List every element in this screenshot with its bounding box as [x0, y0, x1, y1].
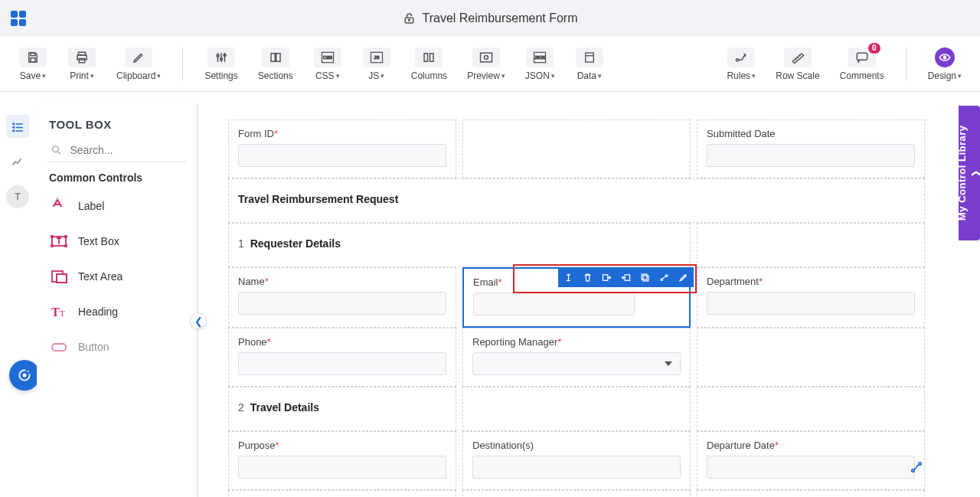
- reporting-manager-label: Reporting Manager*: [472, 336, 681, 348]
- reporting-manager-select[interactable]: [472, 352, 681, 375]
- control-item-label[interactable]: Label: [44, 188, 189, 224]
- svg-text:JS: JS: [374, 55, 379, 60]
- columns-button[interactable]: Columns: [405, 44, 453, 84]
- control-group-label: Common Controls: [49, 172, 185, 184]
- data-button[interactable]: Data▾: [569, 44, 610, 84]
- settings-button[interactable]: Settings: [198, 44, 243, 84]
- svg-rect-35: [57, 274, 67, 283]
- cell-step2-header[interactable]: 2 Travel Details: [228, 387, 456, 431]
- preview-button[interactable]: Preview▾: [461, 44, 511, 84]
- svg-text:JSON: JSON: [535, 55, 546, 60]
- cell-purpose[interactable]: Purpose*: [228, 431, 456, 490]
- svg-rect-43: [642, 274, 647, 280]
- sections-button[interactable]: Sections: [252, 44, 299, 84]
- link-icon[interactable]: [658, 272, 670, 283]
- departure-input[interactable]: [707, 456, 915, 479]
- chevron-left-icon: ❮: [972, 169, 980, 177]
- cell-phone[interactable]: Phone*: [228, 328, 456, 387]
- comment-count-badge: 0: [868, 43, 880, 54]
- clipboard-button[interactable]: Clipboard▾: [110, 44, 167, 84]
- cell-section-title[interactable]: Travel Reimbursement Request: [228, 178, 925, 223]
- toolbar-separator: [906, 47, 906, 81]
- cell-destination[interactable]: Destination(s): [462, 431, 691, 490]
- edit-icon[interactable]: [678, 272, 689, 283]
- cell-empty-4[interactable]: [462, 387, 691, 431]
- step2-header: 2 Travel Details: [238, 401, 319, 414]
- control-library-tab[interactable]: My Control Library ❮: [959, 106, 980, 240]
- control-item-heading[interactable]: TT Heading: [44, 294, 189, 329]
- cell-empty-2[interactable]: [697, 223, 925, 267]
- rail-chart-button[interactable]: [6, 150, 29, 173]
- design-mode-button[interactable]: Design▾: [922, 44, 968, 84]
- department-input[interactable]: [707, 292, 915, 315]
- email-input[interactable]: [473, 293, 635, 316]
- control-item-button[interactable]: Button: [44, 329, 189, 365]
- move-out-icon[interactable]: [620, 272, 632, 283]
- phone-input[interactable]: [238, 352, 446, 375]
- toolbar: Save▾ Print▾ Clipboard▾ Settings Section…: [0, 37, 980, 92]
- departure-label: Departure Date*: [707, 440, 915, 451]
- svg-rect-25: [857, 53, 867, 60]
- cell-empty-3[interactable]: [697, 328, 925, 387]
- destination-label: Destination(s): [472, 440, 681, 451]
- search-input[interactable]: [69, 143, 184, 157]
- heading-icon: TT: [49, 302, 69, 322]
- cell-reporting-manager[interactable]: Reporting Manager*: [462, 328, 691, 387]
- unlock-icon: [402, 11, 416, 25]
- textbox-icon: [49, 231, 69, 251]
- svg-point-19: [484, 55, 488, 59]
- destination-input[interactable]: [472, 456, 681, 479]
- cell-empty-7[interactable]: [697, 490, 925, 497]
- save-button[interactable]: Save▾: [12, 44, 54, 84]
- form-id-input[interactable]: [238, 144, 446, 167]
- purpose-label: Purpose*: [238, 440, 446, 451]
- rail-text-button[interactable]: T: [6, 185, 29, 208]
- department-label: Department*: [707, 276, 915, 287]
- submitted-date-input[interactable]: [707, 144, 915, 167]
- cell-empty-6[interactable]: [462, 490, 691, 497]
- cell-return-date[interactable]: Return Date*: [228, 490, 456, 497]
- rail-toolbox-button[interactable]: [6, 115, 29, 138]
- move-in-icon[interactable]: [601, 272, 612, 283]
- cell-name[interactable]: Name*: [228, 267, 456, 328]
- comments-button[interactable]: 0 Comments: [834, 44, 890, 84]
- cell-departure[interactable]: Departure Date*: [697, 431, 925, 490]
- cell-submitted-date[interactable]: Submitted Date: [697, 119, 925, 178]
- control-item-textarea[interactable]: Text Area: [44, 259, 189, 294]
- cell-email-selected[interactable]: Email*: [462, 267, 691, 328]
- svg-text:CSS: CSS: [323, 55, 332, 60]
- delete-icon[interactable]: [582, 272, 593, 283]
- fab-button[interactable]: [9, 360, 40, 391]
- cell-department[interactable]: Department*: [697, 267, 925, 328]
- page-title: Travel Reimbursement Form: [402, 11, 577, 25]
- pencil-icon: [125, 47, 152, 67]
- svg-point-30: [51, 236, 54, 238]
- cell-form-id[interactable]: Form ID*: [228, 119, 456, 178]
- apps-grid-icon[interactable]: [11, 11, 26, 26]
- cell-step1-header[interactable]: 1 Requester Details: [228, 223, 691, 267]
- cell-empty-1[interactable]: [462, 119, 691, 178]
- svg-point-44: [661, 278, 663, 280]
- collapse-panel-button[interactable]: ❮: [190, 312, 207, 329]
- svg-point-28: [53, 146, 59, 152]
- json-button[interactable]: JSON JSON▾: [519, 44, 561, 84]
- print-button[interactable]: Print▾: [61, 44, 103, 84]
- svg-point-24: [737, 58, 739, 60]
- cursor-icon[interactable]: [563, 272, 574, 283]
- row-scale-button[interactable]: Row Scale: [769, 44, 825, 84]
- control-item-textbox[interactable]: Text Box: [44, 224, 189, 259]
- rules-button[interactable]: Rules▾: [720, 44, 762, 84]
- button-icon: [49, 337, 69, 357]
- textarea-icon: [49, 266, 69, 286]
- cell-empty-5[interactable]: [697, 387, 925, 431]
- copy-icon[interactable]: [639, 272, 651, 283]
- preview-icon: [472, 47, 500, 67]
- js-button[interactable]: JS JS▾: [356, 44, 397, 84]
- toolbox-search[interactable]: [47, 139, 186, 162]
- purpose-input[interactable]: [238, 456, 446, 479]
- css-button[interactable]: CSS CSS▾: [307, 44, 348, 84]
- form-canvas[interactable]: Form ID* Submitted Date Travel Reimburse…: [216, 104, 937, 497]
- svg-rect-16: [424, 53, 428, 61]
- flow-icon[interactable]: [910, 460, 923, 474]
- name-input[interactable]: [238, 292, 446, 315]
